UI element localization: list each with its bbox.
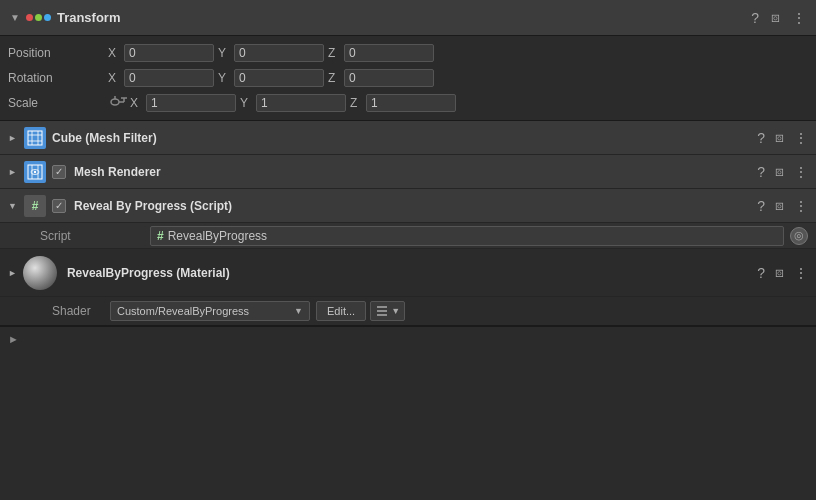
hash-symbol: # [32,199,39,213]
svg-rect-5 [28,131,42,145]
material-name: RevealByProgress (Material) [67,266,757,280]
eye-grid-icon [27,164,43,180]
mesh-filter-name: Cube (Mesh Filter) [52,131,757,145]
dot-green [35,14,42,21]
material-sliders-icon[interactable]: ⧇ [775,264,784,281]
dot-red [26,14,33,21]
material-actions: ? ⧇ ⋮ [757,264,808,281]
shader-label: Shader [52,304,110,318]
lock-proportions-svg [110,95,128,109]
transform-header: ▼ Transform ? ⧇ ⋮ [0,0,816,36]
mesh-filter-row[interactable]: ► Cube (Mesh Filter) ? ⧇ ⋮ [0,121,816,155]
list-dropdown-arrow: ▼ [391,306,400,316]
list-view-button[interactable]: ▼ [370,301,405,321]
mesh-filter-actions: ? ⧇ ⋮ [757,129,808,146]
script-checkbox[interactable]: ✓ [52,199,66,213]
script-field-label: Script [40,229,150,243]
grid-icon [27,130,43,146]
bottom-bar: ► [0,326,816,351]
rotation-x-input[interactable] [124,69,214,87]
script-hash-icon: # [157,229,164,243]
mesh-filter-icon [24,127,46,149]
material-preview-ball [23,256,57,290]
scale-label: Scale [8,96,108,110]
menu-icon[interactable]: ⋮ [792,10,806,26]
scale-xyz: X Y Z [130,94,808,112]
mesh-filter-help-icon[interactable]: ? [757,130,765,146]
edit-shader-button[interactable]: Edit... [316,301,366,321]
collapse-arrow[interactable]: ▼ [10,12,20,23]
scale-x-input[interactable] [146,94,236,112]
sliders-icon[interactable]: ⧇ [771,9,780,26]
mesh-filter-menu-icon[interactable]: ⋮ [794,130,808,146]
transform-icon [26,14,51,21]
scale-y-input[interactable] [256,94,346,112]
position-label: Position [8,46,108,60]
list-icon-svg [375,305,389,317]
mesh-filter-sliders-icon[interactable]: ⧇ [775,129,784,146]
script-actions: ? ⧇ ⋮ [757,197,808,214]
help-icon[interactable]: ? [751,10,759,26]
rotation-z-label: Z [328,71,340,85]
rotation-x-label: X [108,71,120,85]
shader-row: Shader Custom/RevealByProgress ▼ Edit...… [0,297,816,325]
inspector-panel: ▼ Transform ? ⧇ ⋮ Position X Y Z [0,0,816,351]
script-sliders-icon[interactable]: ⧇ [775,197,784,214]
panel-title: Transform [57,10,751,25]
material-arrow: ► [8,268,17,278]
scale-y-label: Y [240,96,252,110]
rotation-z-input[interactable] [344,69,434,87]
position-x-label: X [108,46,120,60]
mesh-renderer-arrow: ► [8,167,18,177]
position-y-label: Y [218,46,230,60]
material-section: ► RevealByProgress (Material) ? ⧇ ⋮ Shad… [0,249,816,326]
material-menu-icon[interactable]: ⋮ [794,265,808,281]
shader-dropdown-arrow: ▼ [294,306,303,316]
dot-blue [44,14,51,21]
script-row[interactable]: ▼ # ✓ Reveal By Progress (Script) ? ⧇ ⋮ [0,189,816,223]
scale-row: Scale X Y Z [8,92,808,114]
mesh-renderer-icon [24,161,46,183]
scale-z-input[interactable] [366,94,456,112]
transform-fields: Position X Y Z Rotation X Y Z [0,36,816,121]
scale-x-label: X [130,96,142,110]
position-x-input[interactable] [124,44,214,62]
rotation-y-label: Y [218,71,230,85]
lock-icon[interactable] [108,95,130,112]
material-help-icon[interactable]: ? [757,265,765,281]
header-icons-group: ? ⧇ ⋮ [751,9,806,26]
mesh-renderer-actions: ? ⧇ ⋮ [757,163,808,180]
script-menu-icon[interactable]: ⋮ [794,198,808,214]
material-header: ► RevealByProgress (Material) ? ⧇ ⋮ [0,249,816,297]
script-field-row: Script # RevealByProgress ◎ [0,223,816,249]
position-row: Position X Y Z [8,42,808,64]
position-xyz: X Y Z [108,44,808,62]
script-component-name: Reveal By Progress (Script) [74,199,757,213]
shader-dropdown[interactable]: Custom/RevealByProgress ▼ [110,301,310,321]
mesh-renderer-checkbox[interactable]: ✓ [52,165,66,179]
rotation-label: Rotation [8,71,108,85]
mesh-filter-arrow: ► [8,133,18,143]
bottom-arrow[interactable]: ► [8,333,19,345]
scale-z-label: Z [350,96,362,110]
position-z-input[interactable] [344,44,434,62]
script-arrow: ▼ [8,201,18,211]
shader-value: Custom/RevealByProgress [117,305,249,317]
mesh-renderer-help-icon[interactable]: ? [757,164,765,180]
mesh-renderer-name: Mesh Renderer [74,165,757,179]
unity-dots-icon [26,14,51,21]
rotation-row: Rotation X Y Z [8,67,808,89]
svg-point-0 [111,99,119,105]
script-ref-name: RevealByProgress [168,229,267,243]
rotation-y-input[interactable] [234,69,324,87]
mesh-renderer-sliders-icon[interactable]: ⧇ [775,163,784,180]
script-help-icon[interactable]: ? [757,198,765,214]
position-y-input[interactable] [234,44,324,62]
mesh-renderer-menu-icon[interactable]: ⋮ [794,164,808,180]
script-icon: # [24,195,46,217]
rotation-xyz: X Y Z [108,69,808,87]
script-target-btn[interactable]: ◎ [790,227,808,245]
svg-point-14 [34,170,36,172]
mesh-renderer-row[interactable]: ► ✓ Mesh Renderer ? ⧇ ⋮ [0,155,816,189]
script-ref-field[interactable]: # RevealByProgress [150,226,784,246]
